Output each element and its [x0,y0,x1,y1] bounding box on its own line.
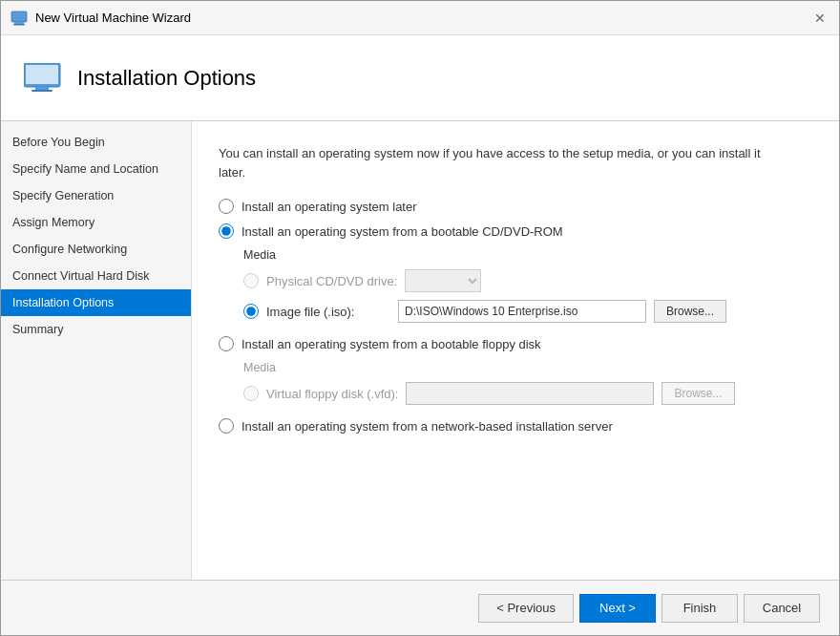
sidebar-item-specify-name[interactable]: Specify Name and Location [1,156,191,182]
sidebar-item-installation-options[interactable]: Installation Options [1,289,191,316]
option-network[interactable]: Install an operating system from a netwo… [219,418,812,434]
label-install-later[interactable]: Install an operating system later [242,200,417,214]
label-install-floppy[interactable]: Install an operating system from a boota… [242,337,541,351]
sidebar-item-before-you-begin[interactable]: Before You Begin [1,129,191,156]
finish-button[interactable]: Finish [662,594,738,623]
radio-install-network[interactable] [219,418,234,434]
radio-install-later[interactable] [219,199,234,214]
window-icon [10,10,28,27]
footer: < Previous Next > Finish Cancel [1,580,839,635]
label-image-file[interactable]: Image file (.iso): [266,305,390,319]
radio-install-cd[interactable] [219,223,234,239]
header-section: Installation Options [1,35,839,121]
label-install-network[interactable]: Install an operating system from a netwo… [242,419,613,434]
floppy-media-section: Media Virtual floppy disk (.vfd): Browse… [243,361,812,405]
sidebar-item-configure-networking[interactable]: Configure Networking [1,236,191,263]
cancel-button[interactable]: Cancel [744,594,820,623]
next-button[interactable]: Next > [579,594,656,623]
header-monitor-icon [24,63,62,94]
sidebar-item-specify-generation[interactable]: Specify Generation [1,182,191,209]
title-bar-left: New Virtual Machine Wizard [10,10,191,27]
radio-install-floppy[interactable] [219,336,234,351]
main-content: You can install an operating system now … [192,121,839,580]
svg-rect-1 [14,22,24,24]
label-physical-cd: Physical CD/DVD drive: [266,274,397,288]
window-title: New Virtual Machine Wizard [35,11,191,25]
sidebar-item-connect-hard-disk[interactable]: Connect Virtual Hard Disk [1,263,191,289]
wizard-window: New Virtual Machine Wizard ✕ Installatio… [0,0,840,636]
browse-floppy-button: Browse... [662,382,734,405]
sidebar-item-summary[interactable]: Summary [1,316,191,343]
browse-iso-button[interactable]: Browse... [654,300,726,323]
media-label-cd: Media [243,248,812,262]
svg-rect-2 [13,24,25,26]
previous-button[interactable]: < Previous [478,594,574,623]
option-install-later[interactable]: Install an operating system later [219,199,812,214]
svg-rect-0 [11,11,27,22]
physical-cd-dropdown [405,269,481,292]
label-virtual-floppy: Virtual floppy disk (.vfd): [266,387,398,401]
option-bootable-cd[interactable]: Install an operating system from a boota… [219,223,812,239]
virtual-floppy-input [406,382,654,405]
title-bar: New Virtual Machine Wizard ✕ [1,1,839,35]
radio-physical-cd [243,273,259,288]
svg-rect-4 [26,65,58,84]
cd-media-section: Media Physical CD/DVD drive: Image file … [243,248,812,323]
radio-image-file[interactable] [243,304,259,319]
virtual-floppy-row: Virtual floppy disk (.vfd): Browse... [243,382,812,405]
svg-rect-5 [35,87,49,90]
image-file-row: Image file (.iso): Browse... [243,300,812,323]
header-title: Installation Options [77,66,256,91]
body-section: Before You Begin Specify Name and Locati… [1,121,839,580]
radio-virtual-floppy [243,386,259,401]
svg-rect-6 [32,90,52,92]
option-floppy[interactable]: Install an operating system from a boota… [219,336,812,351]
media-label-floppy: Media [243,361,812,374]
physical-cd-row: Physical CD/DVD drive: [243,269,812,292]
image-file-input[interactable] [398,300,646,323]
sidebar-item-assign-memory[interactable]: Assign Memory [1,209,191,236]
label-install-cd[interactable]: Install an operating system from a boota… [242,224,563,239]
description-text: You can install an operating system now … [219,144,772,181]
sidebar: Before You Begin Specify Name and Locati… [1,121,192,580]
close-button[interactable]: ✕ [810,9,830,28]
